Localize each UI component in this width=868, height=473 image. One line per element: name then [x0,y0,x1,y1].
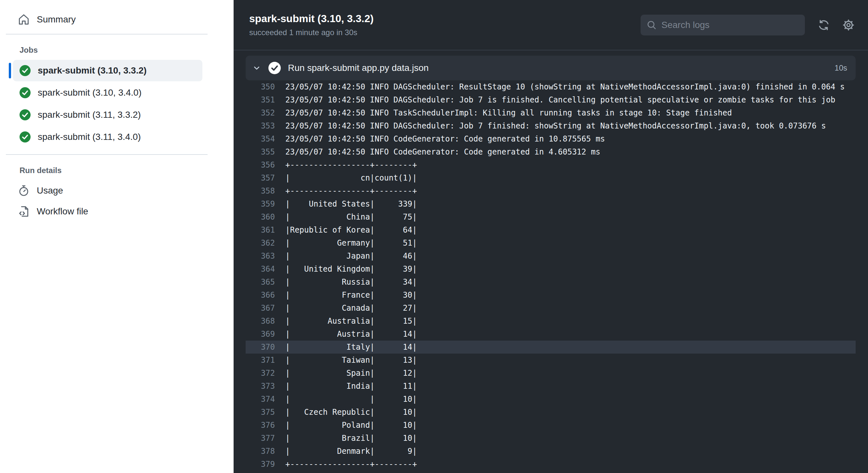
line-number[interactable]: 370 [246,341,275,354]
settings-button[interactable] [843,19,854,31]
sidebar-item-workflow-file[interactable]: Workflow file [18,201,88,222]
log-text: | Canada| 27| [285,302,417,315]
sidebar-job-item[interactable]: spark-submit (3.10, 3.4.0) [13,82,203,103]
log-line: 376| Poland| 10| [246,419,856,432]
log-text: | Austria| 14| [285,327,417,341]
log-text: | Czech Republic| 10| [285,406,417,419]
log-line: 362| Germany| 51| [246,236,856,250]
line-number[interactable]: 357 [246,171,275,185]
search-input[interactable] [661,20,799,30]
log-text: | China| 75| [285,211,417,223]
log-text: | United States| 339| [285,197,417,211]
log-line: 377| Brazil| 10| [246,432,856,445]
divider [6,34,208,34]
workflow-file-label: Workflow file [37,206,88,217]
log-line: 364| United Kingdom| 39| [246,262,856,276]
line-number[interactable]: 373 [246,380,275,392]
log-text: | Germany| 51| [285,236,417,250]
line-number[interactable]: 374 [246,392,275,406]
sidebar-job-item[interactable]: spark-submit (3.11, 3.3.2) [13,104,203,126]
job-label: spark-submit (3.10, 3.4.0) [38,88,142,98]
summary-label: Summary [37,14,76,25]
log-text: +-----------------+--------+ [285,458,417,471]
log-line: 35323/05/07 10:42:50 INFO DAGScheduler: … [246,119,856,132]
log-line: 358+-----------------+--------+ [246,185,856,197]
sidebar-item-summary[interactable]: Summary [18,11,76,28]
log-text: | Australia| 15| [285,315,417,327]
line-number[interactable]: 361 [246,223,275,236]
log-line: 35223/05/07 10:42:50 INFO TaskSchedulerI… [246,106,856,119]
sidebar-job-item[interactable]: spark-submit (3.11, 3.4.0) [13,126,203,148]
log-line: 370| Italy| 14| [246,341,856,354]
gear-icon [843,19,854,31]
log-line: 373| India| 11| [246,380,856,392]
line-number[interactable]: 377 [246,432,275,445]
line-number[interactable]: 371 [246,354,275,367]
step-duration: 10s [835,63,847,72]
check-circle-icon [20,65,31,76]
line-number[interactable]: 353 [246,119,275,132]
jobs-list: spark-submit (3.10, 3.3.2) spark-submit … [0,60,234,148]
search-icon [646,20,657,30]
line-number[interactable]: 363 [246,250,275,262]
log-text: | United Kingdom| 39| [285,262,417,276]
line-number[interactable]: 365 [246,276,275,288]
header-controls [641,14,854,35]
log-line: 368| Australia| 15| [246,315,856,327]
search-box[interactable] [641,14,805,35]
line-number[interactable]: 376 [246,419,275,432]
job-label: spark-submit (3.10, 3.3.2) [38,65,147,76]
line-number[interactable]: 354 [246,132,275,146]
sidebar-job-item[interactable]: spark-submit (3.10, 3.3.2) [13,60,203,81]
log-text: | Poland| 10| [285,419,417,432]
log-line: 365| Russia| 34| [246,276,856,288]
line-number[interactable]: 352 [246,106,275,119]
refresh-button[interactable] [818,19,830,31]
line-number[interactable]: 375 [246,406,275,419]
jobs-heading: Jobs [20,45,234,55]
line-number[interactable]: 366 [246,288,275,302]
line-number[interactable]: 369 [246,327,275,341]
log-line: 356+-----------------+--------+ [246,158,856,171]
step-header[interactable]: Run spark-submit app.py data.json 10s [246,56,856,81]
line-number[interactable]: 356 [246,158,275,171]
home-icon [18,14,30,25]
log-area: Run spark-submit app.py data.json 10s 35… [234,51,868,473]
log-line: 35023/05/07 10:42:50 INFO DAGScheduler: … [246,81,856,93]
log-text: | Italy| 14| [285,341,417,354]
line-number[interactable]: 368 [246,315,275,327]
sidebar-item-usage[interactable]: Usage [18,180,63,201]
stopwatch-icon [18,185,30,196]
log-line: 35123/05/07 10:42:50 INFO DAGScheduler: … [246,93,856,106]
log-line: 378| Denmark| 9| [246,445,856,458]
step-name: Run spark-submit app.py data.json [288,63,429,73]
log-text: | Spain| 12| [285,367,417,380]
line-number[interactable]: 359 [246,197,275,211]
line-number[interactable]: 355 [246,146,275,158]
line-number[interactable]: 378 [246,445,275,458]
check-circle-icon [20,131,31,143]
log-line: 35523/05/07 10:42:50 INFO CodeGenerator:… [246,146,856,158]
line-number[interactable]: 362 [246,236,275,250]
refresh-icon [818,19,830,31]
log-text: | Taiwan| 13| [285,354,417,367]
log-line: 35423/05/07 10:42:50 INFO CodeGenerator:… [246,132,856,146]
line-number[interactable]: 350 [246,81,275,93]
line-number[interactable]: 364 [246,262,275,276]
line-number[interactable]: 351 [246,93,275,106]
log-line: 367| Canada| 27| [246,302,856,315]
line-number[interactable]: 372 [246,367,275,380]
log-line: 371| Taiwan| 13| [246,354,856,367]
log-line: 361|Republic of Korea| 64| [246,223,856,236]
line-number[interactable]: 379 [246,458,275,471]
line-number[interactable]: 360 [246,211,275,223]
log-text: | Japan| 46| [285,250,417,262]
job-title: spark-submit (3.10, 3.3.2) [249,13,373,25]
line-number[interactable]: 358 [246,185,275,197]
log-line: 372| Spain| 12| [246,367,856,380]
line-number[interactable]: 367 [246,302,275,315]
log-line: 379+-----------------+--------+ [246,458,856,471]
log-text: 23/05/07 10:42:50 INFO DAGScheduler: Job… [285,119,826,132]
divider [6,154,208,155]
log-line: 359| United States| 339| [246,197,856,211]
